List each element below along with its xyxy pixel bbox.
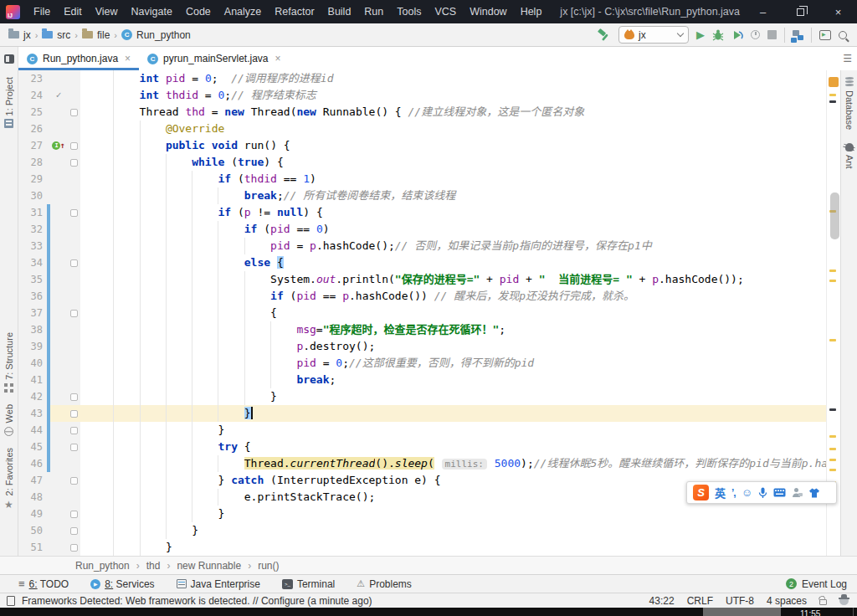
line-number[interactable]: 47	[18, 472, 47, 489]
menu-item-build[interactable]: Build	[321, 0, 358, 23]
readonly-lock-icon[interactable]	[819, 599, 827, 605]
code-text[interactable]: if (p != null) {	[80, 204, 826, 221]
line-number[interactable]: 42	[18, 388, 47, 405]
code-line-50[interactable]: 50}	[18, 522, 826, 539]
code-line-37[interactable]: 37{	[18, 305, 826, 321]
menu-item-help[interactable]: Help	[514, 0, 549, 23]
line-number[interactable]: 26	[18, 121, 47, 137]
line-number[interactable]: 40	[18, 355, 47, 372]
line-number[interactable]: 35	[18, 271, 47, 288]
code-line-46[interactable]: 46Thread.currentThread().sleep( millis: …	[18, 455, 826, 472]
code-line-26[interactable]: 26@Override	[18, 121, 826, 137]
line-number[interactable]: 50	[18, 522, 47, 539]
code-text[interactable]: if (thdid == 1)	[80, 171, 826, 187]
tab-list-icon[interactable]: ☰	[843, 53, 852, 64]
code-text[interactable]: @Override	[80, 121, 826, 137]
tool-window-button-2-favorites[interactable]: 2: Favorites★	[4, 448, 14, 511]
inspections-widget-icon[interactable]	[829, 77, 839, 87]
ime-skin-icon[interactable]	[808, 488, 820, 498]
ime-microphone-icon[interactable]	[758, 487, 767, 499]
close-icon[interactable]: ×	[125, 53, 131, 64]
line-number[interactable]: 31	[18, 204, 47, 221]
code-line-27[interactable]: 27I↑public void run() {	[18, 137, 826, 154]
nav-crumb-file[interactable]: file	[82, 29, 110, 41]
code-text[interactable]: if (pid == p.hashCode()) // 醒来后，发现p还没执行完…	[80, 288, 826, 305]
code-line-33[interactable]: 33pid = p.hashCode();// 否则，如果记录当前p指向的进程号…	[18, 238, 826, 254]
menu-item-tools[interactable]: Tools	[390, 0, 428, 23]
menu-item-window[interactable]: Window	[463, 0, 513, 23]
run-with-coverage-button[interactable]	[731, 29, 743, 41]
ime-language-mode[interactable]: 英	[715, 485, 726, 501]
code-line-36[interactable]: 36if (pid == p.hashCode()) // 醒来后，发现p还没执…	[18, 288, 826, 305]
notification-icon[interactable]	[7, 596, 15, 606]
minimize-button[interactable]: –	[744, 0, 782, 23]
line-number[interactable]: 24	[18, 87, 47, 104]
nav-crumb-src[interactable]: src	[42, 29, 70, 41]
tool-window-button-1-project[interactable]: 1: Project	[4, 77, 14, 128]
fold-open-icon[interactable]	[70, 159, 78, 167]
indent-widget[interactable]: 4 spaces	[767, 595, 807, 607]
code-line-31[interactable]: 31if (p != null) {	[18, 204, 826, 221]
line-number[interactable]: 43	[18, 405, 47, 422]
menu-item-file[interactable]: File	[27, 0, 57, 23]
code-line-42[interactable]: 42}	[18, 388, 826, 405]
warning-stripe-mark[interactable]	[829, 448, 836, 450]
fold-close-icon[interactable]	[70, 410, 78, 418]
code-text[interactable]: try {	[80, 439, 826, 455]
line-number[interactable]: 51	[18, 539, 47, 556]
line-number[interactable]: 25	[18, 104, 47, 121]
tool-window-button-web[interactable]: Web	[4, 404, 14, 435]
menu-item-analyze[interactable]: Analyze	[218, 0, 268, 23]
code-line-45[interactable]: 45try {	[18, 439, 826, 455]
line-number[interactable]: 32	[18, 221, 47, 238]
breadcrumb-item-run-[interactable]: run()	[258, 560, 279, 572]
line-number[interactable]: 37	[18, 305, 47, 321]
warning-stripe-mark[interactable]	[829, 435, 836, 438]
tool-window-button-terminal[interactable]: >_Terminal	[282, 578, 335, 590]
fold-close-icon[interactable]	[70, 527, 78, 535]
restore-button[interactable]	[782, 0, 819, 23]
code-text[interactable]: }	[80, 539, 826, 556]
code-text[interactable]: break;	[80, 372, 826, 388]
menu-item-refactor[interactable]: Refactor	[268, 0, 321, 23]
code-text[interactable]: while (true) {	[80, 154, 826, 171]
code-text[interactable]: break;// 所有试卷阅卷结束，结束该线程	[80, 187, 826, 204]
caret-stripe-mark[interactable]	[829, 100, 836, 103]
tool-window-button-ant[interactable]: Ant	[844, 143, 854, 169]
code-line-40[interactable]: 40pid = 0;//这部很重要，否则，得不到新的pid	[18, 355, 826, 372]
search-everywhere-button[interactable]	[839, 31, 847, 39]
code-text[interactable]: System.out.println("保存的进程号=" + pid + " 当…	[80, 271, 826, 288]
tool-window-button-7-structure[interactable]: 7: Structure	[4, 332, 14, 393]
code-text[interactable]: Thread thd = new Thread(new Runnable() {…	[80, 104, 826, 121]
code-text[interactable]: public void run() {	[80, 137, 826, 154]
status-message[interactable]: Frameworks Detected: Web framework is de…	[22, 595, 372, 607]
code-text[interactable]: }	[80, 506, 826, 522]
ime-punctuation-icon[interactable]: ’,	[731, 487, 736, 499]
tool-window-button-6-todo[interactable]: ≡6: TODO	[18, 578, 69, 590]
tool-window-button-8-services[interactable]: ▶8: Services	[90, 578, 154, 590]
build-hammer-icon[interactable]	[598, 28, 611, 42]
line-number[interactable]: 41	[18, 372, 47, 388]
code-line-32[interactable]: 32if (pid == 0)	[18, 221, 826, 238]
code-text[interactable]: }	[80, 388, 826, 405]
line-number[interactable]: 30	[18, 187, 47, 204]
code-text[interactable]: {	[80, 305, 826, 321]
code-text[interactable]: int pid = 0; //调用程序的进程id	[80, 70, 826, 87]
stop-button[interactable]	[767, 30, 777, 39]
tool-window-button-database[interactable]: Database	[844, 77, 854, 130]
fold-close-icon[interactable]	[70, 427, 78, 434]
close-button[interactable]: ×	[819, 0, 857, 23]
menu-item-edit[interactable]: Edit	[57, 0, 89, 23]
warning-stripe-mark[interactable]	[829, 94, 836, 96]
tool-window-button-problems[interactable]: ⚠Problems	[357, 578, 412, 590]
code-line-23[interactable]: 23int pid = 0; //调用程序的进程id	[18, 70, 826, 87]
line-separator-widget[interactable]: CRLF	[687, 595, 713, 607]
editor-tab-pyrun_mainservlet-java[interactable]: Cpyrun_mainServlet.java×	[139, 47, 289, 70]
code-text[interactable]: }	[80, 522, 826, 539]
project-structure-button[interactable]	[793, 30, 803, 40]
line-number[interactable]: 38	[18, 321, 47, 338]
encoding-widget[interactable]: UTF-8	[726, 595, 754, 607]
editor-tab-run_python-java[interactable]: CRun_python.java×	[18, 47, 139, 70]
code-text[interactable]: }	[80, 405, 826, 422]
run-anything-button[interactable]	[819, 30, 831, 40]
